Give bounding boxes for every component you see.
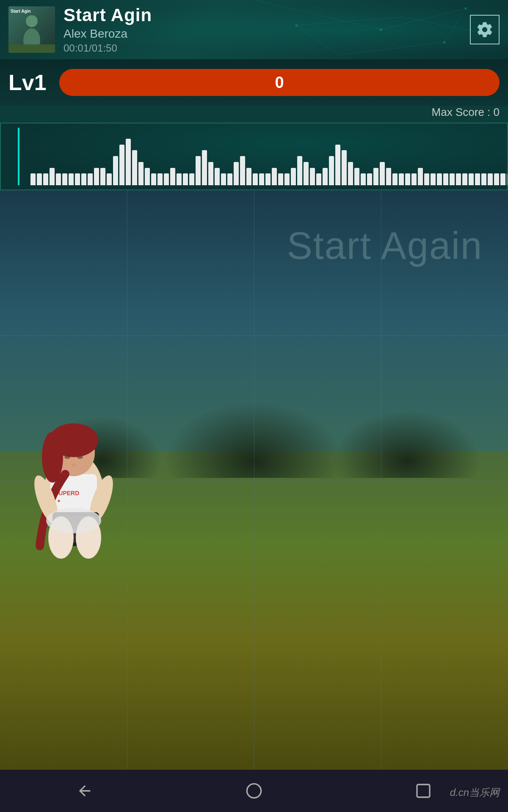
waveform-bar xyxy=(259,173,264,185)
waveform-bar xyxy=(164,173,169,185)
album-art: Start Agin Start Agin xyxy=(8,6,55,53)
waveform-bar xyxy=(278,173,283,185)
waveform-bar xyxy=(380,162,385,185)
score-area: Lv1 0 xyxy=(0,59,508,106)
waveform-bar xyxy=(50,168,55,185)
waveform-bar xyxy=(475,173,480,185)
waveform-bar xyxy=(316,173,321,185)
waveform-bar xyxy=(431,173,436,185)
svg-point-34 xyxy=(247,784,261,798)
svg-rect-15 xyxy=(8,44,55,53)
waveform-bar xyxy=(132,150,137,185)
waveform-display xyxy=(0,123,508,190)
svg-text:Start Agin: Start Agin xyxy=(11,9,30,14)
waveform-bar xyxy=(234,162,239,185)
waveform-bar xyxy=(81,173,86,185)
waveform-bar xyxy=(361,173,366,185)
max-score-value: 0 xyxy=(494,106,500,118)
waveform-bar xyxy=(354,168,359,185)
waveform-bar xyxy=(310,168,315,185)
waveform-bar xyxy=(62,173,67,185)
waveform-bar xyxy=(304,162,309,185)
waveform-bar xyxy=(367,173,372,185)
waveform-bar xyxy=(126,139,131,185)
waveform-bar xyxy=(202,150,207,185)
waveform-bar xyxy=(297,156,302,185)
waveform-bar xyxy=(100,168,105,185)
waveform-bar xyxy=(75,173,80,185)
svg-point-13 xyxy=(26,15,38,27)
waveform-bar xyxy=(399,173,404,185)
navigation-bar: d.cn当乐网 xyxy=(0,770,508,812)
waveform-bar xyxy=(342,150,347,185)
waveform-bar xyxy=(272,168,277,185)
waveform-bar xyxy=(450,173,455,185)
waveform-bar xyxy=(405,173,410,185)
waveform-bar xyxy=(157,173,163,185)
playhead xyxy=(18,128,19,185)
score-bar: 0 xyxy=(59,69,500,96)
max-score-label: Max Score : xyxy=(432,106,491,118)
waveform-bar xyxy=(469,173,474,185)
song-info: Start Agin Alex Beroza 00:01/01:50 xyxy=(64,5,470,54)
waveform-bar xyxy=(151,173,156,185)
waveform-bar xyxy=(208,162,213,185)
waveform-bar xyxy=(443,173,448,185)
song-artist: Alex Beroza xyxy=(64,27,470,41)
waveform-bar xyxy=(329,156,334,185)
song-time: 00:01/01:50 xyxy=(64,42,470,54)
waveform-bar xyxy=(138,162,144,185)
svg-text:✦: ✦ xyxy=(57,498,61,504)
waveform-bar xyxy=(323,168,328,185)
waveform-bar xyxy=(56,173,61,185)
waveform-bar xyxy=(177,173,182,185)
waveform-bar xyxy=(291,168,296,185)
girl-figure: SUPERD ✦ xyxy=(10,356,137,567)
waveform-bar xyxy=(170,168,175,185)
waveform-bar xyxy=(37,173,42,185)
waveform-bar xyxy=(189,173,194,185)
waveform-bar xyxy=(265,173,271,185)
waveform-bar xyxy=(30,173,36,185)
waveform-bar xyxy=(196,156,201,185)
waveform-bar xyxy=(424,173,429,185)
waveform-bar xyxy=(373,168,378,185)
waveform-bar xyxy=(113,156,118,185)
svg-point-33 xyxy=(46,508,101,533)
waveform-bar xyxy=(215,168,220,185)
waveform-bar xyxy=(437,173,442,185)
waveform-bar xyxy=(119,145,124,185)
header: Start Agin Start Agin Star xyxy=(0,0,508,59)
svg-point-26 xyxy=(72,464,76,466)
waveform-bar xyxy=(411,173,417,185)
score-value: 0 xyxy=(275,74,284,92)
max-score-display: Max Score : 0 xyxy=(432,106,500,119)
waveform-bar xyxy=(43,173,48,185)
waveform-bar xyxy=(386,168,391,185)
svg-rect-35 xyxy=(417,785,430,797)
waveform-bar xyxy=(253,173,258,185)
waveform-bar xyxy=(240,156,245,185)
waveform-bar xyxy=(69,173,74,185)
svg-point-24 xyxy=(64,455,70,459)
waveform-bar xyxy=(94,168,99,185)
waveform-bar xyxy=(221,173,226,185)
game-area[interactable]: SUPERD ✦ xyxy=(0,190,508,770)
settings-button[interactable] xyxy=(470,15,500,44)
svg-point-25 xyxy=(77,455,83,459)
recent-apps-button[interactable] xyxy=(411,778,436,804)
back-button[interactable] xyxy=(72,778,97,804)
song-title: Start Agin xyxy=(64,5,470,25)
level-label: Lv1 xyxy=(8,70,51,95)
branding-logo: d.cn当乐网 xyxy=(450,786,500,799)
waveform-bar xyxy=(227,173,232,185)
home-button[interactable] xyxy=(241,778,267,804)
waveform-bars xyxy=(30,134,508,185)
waveform-bar xyxy=(418,168,423,185)
waveform-bar xyxy=(348,162,353,185)
waveform-bar xyxy=(145,168,150,185)
waveform-bar xyxy=(488,173,493,185)
background-scene: SUPERD ✦ xyxy=(0,190,508,770)
waveform-bar xyxy=(88,173,93,185)
waveform-bar xyxy=(183,173,188,185)
